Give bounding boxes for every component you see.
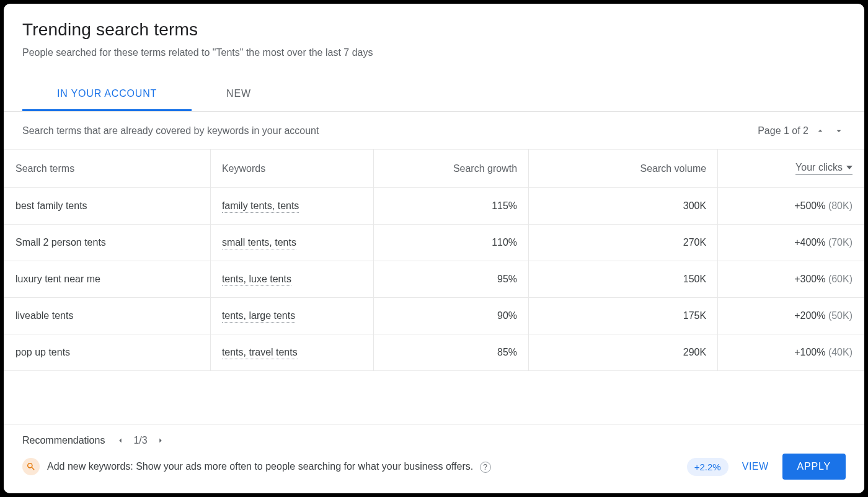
search-icon bbox=[22, 458, 40, 475]
cell-volume: 270K bbox=[529, 225, 718, 261]
tab-description: Search terms that are already covered by… bbox=[22, 125, 319, 137]
cell-search-term: Small 2 person tents bbox=[4, 225, 211, 261]
tab-new[interactable]: NEW bbox=[192, 78, 286, 111]
cell-clicks: +300% (60K) bbox=[718, 261, 864, 298]
chevron-right-icon bbox=[156, 436, 165, 445]
chevron-up-icon bbox=[815, 126, 825, 136]
sort-desc-icon bbox=[846, 166, 852, 169]
cell-volume: 290K bbox=[529, 334, 718, 371]
table-row: liveable tents tents, large tents 90% 17… bbox=[4, 298, 864, 334]
table-row: pop up tents tents, travel tents 85% 290… bbox=[4, 334, 864, 371]
view-button[interactable]: VIEW bbox=[742, 461, 769, 472]
cell-growth: 90% bbox=[374, 298, 529, 334]
help-icon[interactable]: ? bbox=[480, 462, 491, 473]
cell-search-term: liveable tents bbox=[4, 298, 211, 334]
trending-search-terms-card: Trending search terms People searched fo… bbox=[4, 4, 864, 493]
cell-keywords: tents, luxe tents bbox=[210, 261, 374, 298]
col-search-volume: Search volume bbox=[529, 150, 718, 188]
col-keywords: Keywords bbox=[210, 150, 374, 188]
table-row: best family tents family tents, tents 11… bbox=[4, 188, 864, 225]
cell-search-term: best family tents bbox=[4, 188, 211, 225]
page-title: Trending search terms bbox=[22, 20, 846, 40]
cell-clicks: +400% (70K) bbox=[718, 225, 864, 261]
cell-volume: 175K bbox=[529, 298, 718, 334]
tabs: IN YOUR ACCOUNT NEW bbox=[4, 78, 864, 112]
cell-volume: 150K bbox=[529, 261, 718, 298]
cell-search-term: luxury tent near me bbox=[4, 261, 211, 298]
chevron-down-icon bbox=[834, 126, 844, 136]
cell-growth: 95% bbox=[374, 261, 529, 298]
tab-in-your-account[interactable]: IN YOUR ACCOUNT bbox=[22, 78, 192, 111]
rec-page-indicator: 1/3 bbox=[133, 435, 147, 446]
your-clicks-sort[interactable]: Your clicks bbox=[795, 162, 852, 175]
table-row: Small 2 person tents small tents, tents … bbox=[4, 225, 864, 261]
cell-search-term: pop up tents bbox=[4, 334, 211, 371]
recommendations-label: Recommendations bbox=[22, 435, 105, 446]
page-prev-button[interactable] bbox=[813, 124, 827, 138]
cell-growth: 85% bbox=[374, 334, 529, 371]
cell-keywords: family tents, tents bbox=[210, 188, 374, 225]
uplift-badge: +2.2% bbox=[687, 458, 728, 476]
cell-clicks: +100% (40K) bbox=[718, 334, 864, 371]
cell-growth: 110% bbox=[374, 225, 529, 261]
cell-clicks: +200% (50K) bbox=[718, 298, 864, 334]
apply-button[interactable]: APPLY bbox=[782, 454, 846, 480]
recommendation-text: Add new keywords: Show your ads more oft… bbox=[47, 461, 491, 473]
table-row: luxury tent near me tents, luxe tents 95… bbox=[4, 261, 864, 298]
col-search-growth: Search growth bbox=[374, 150, 529, 188]
table-pager: Page 1 of 2 bbox=[758, 124, 846, 138]
rec-next-button[interactable] bbox=[154, 434, 167, 447]
cell-volume: 300K bbox=[529, 188, 718, 225]
rec-prev-button[interactable] bbox=[113, 434, 127, 447]
cell-clicks: +500% (80K) bbox=[718, 188, 864, 225]
recommendations-footer: Recommendations 1/3 Add new keywords: Sh… bbox=[4, 424, 864, 493]
page-next-button[interactable] bbox=[832, 124, 846, 138]
search-terms-table: Search terms Keywords Search growth Sear… bbox=[4, 149, 864, 371]
col-your-clicks: Your clicks bbox=[718, 150, 864, 188]
page-subtitle: People searched for these terms related … bbox=[22, 47, 846, 58]
page-indicator: Page 1 of 2 bbox=[758, 125, 808, 137]
col-search-terms: Search terms bbox=[4, 150, 211, 188]
cell-keywords: tents, travel tents bbox=[210, 334, 374, 371]
cell-growth: 115% bbox=[374, 188, 529, 225]
chevron-left-icon bbox=[116, 436, 125, 445]
cell-keywords: tents, large tents bbox=[210, 298, 374, 334]
cell-keywords: small tents, tents bbox=[210, 225, 374, 261]
